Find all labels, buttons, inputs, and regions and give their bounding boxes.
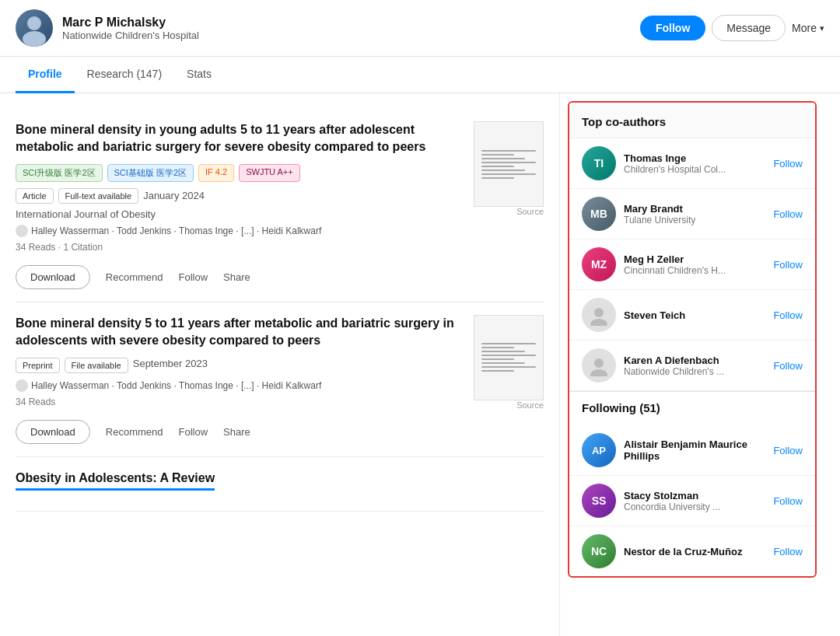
tag-if: IF 4.2 [198, 164, 234, 182]
header-info: Marc P Michalsky Nationwide Children's H… [62, 16, 640, 41]
tag-preprint: Preprint [16, 358, 60, 373]
header-actions: Follow Message More ▾ [640, 15, 824, 41]
right-sidebar: Top co-authors TI Thomas Inge Children's… [560, 93, 824, 636]
paper-info: Bone mineral density 5 to 11 years after… [16, 315, 464, 412]
paper-date: January 2024 [143, 190, 205, 201]
coauthor-name[interactable]: Thomas Inge [624, 152, 765, 164]
follow-link[interactable]: Follow [773, 259, 803, 271]
sidebar-section-coauthors: Top co-authors TI Thomas Inge Children's… [568, 101, 817, 578]
follow-link[interactable]: Follow [773, 546, 803, 557]
coauthor-institution: Concordia University ... [624, 501, 765, 512]
paper-title[interactable]: Bone mineral density 5 to 11 years after… [16, 315, 464, 350]
paper-tags: SCI升级版 医学2区 SCI基础版 医学2区 IF 4.2 SWJTU A++ [16, 164, 464, 182]
paper-reads: 34 Reads [16, 397, 55, 407]
avatar: MZ [582, 247, 616, 281]
avatar: SS [582, 484, 616, 518]
follow-button[interactable]: Follow [640, 16, 705, 40]
paper-thumbnail [474, 315, 544, 400]
coauthor-item: Steven Teich Follow [569, 290, 815, 341]
svg-point-4 [594, 358, 604, 368]
tab-research[interactable]: Research (147) [75, 57, 175, 93]
coauthor-name[interactable]: Steven Teich [624, 309, 765, 321]
tab-stats[interactable]: Stats [174, 57, 224, 93]
follow-link[interactable]: Follow [773, 360, 803, 372]
message-button[interactable]: Message [712, 15, 786, 41]
coauthor-info: Steven Teich [624, 309, 765, 321]
coauthor-item: MZ Meg H Zeller Cincinnati Children's H.… [569, 239, 815, 290]
svg-point-5 [590, 369, 607, 376]
share-button[interactable]: Share [223, 426, 250, 438]
coauthor-name[interactable]: Meg H Zeller [624, 253, 765, 265]
svg-point-3 [590, 319, 607, 326]
source-label: Source [516, 400, 544, 410]
coauthor-item: MB Mary Brandt Tulane University Follow [569, 189, 815, 239]
svg-point-2 [594, 308, 604, 317]
paper-info: Bone mineral density in young adults 5 t… [16, 121, 464, 257]
follow-link[interactable]: Follow [773, 445, 803, 456]
paper-title[interactable]: Bone mineral density in young adults 5 t… [16, 121, 464, 156]
coauthor-info: Mary Brandt Tulane University [624, 203, 765, 225]
coauthor-name[interactable]: Nestor de la Cruz-Muñoz [624, 546, 765, 557]
follow-link[interactable]: Follow [773, 158, 803, 169]
source-label: Source [516, 207, 544, 216]
nav-tabs: Profile Research (147) Stats [0, 57, 840, 93]
paper-thumbnail [474, 121, 544, 207]
paper-stats: 34 Reads [16, 397, 464, 407]
share-button[interactable]: Share [223, 271, 250, 283]
more-button[interactable]: More ▾ [792, 22, 824, 34]
follow-button[interactable]: Follow [179, 271, 208, 283]
avatar: AP [582, 433, 616, 467]
paper-title[interactable]: Obesity in Adolescents: A Review [16, 470, 215, 491]
paper-journal: International Journal of Obesity [16, 208, 464, 220]
follow-link[interactable]: Follow [773, 495, 803, 507]
following-item: AP Alistair Benjamin Maurice Phillips Fo… [569, 425, 815, 476]
avatar: TI [582, 146, 616, 180]
tag-full-text: Full-text available [58, 188, 139, 204]
following-item: NC Nestor de la Cruz-Muñoz Follow [569, 526, 815, 576]
coauthor-name[interactable]: Mary Brandt [624, 203, 765, 215]
coauthor-name[interactable]: Stacy Stolzman [624, 490, 765, 501]
coauthor-institution: Cincinnati Children's H... [624, 265, 765, 276]
author-icon [16, 379, 28, 392]
paper-actions: Download Recommend Follow Share [16, 265, 544, 289]
more-label: More [792, 22, 817, 34]
coauthor-name[interactable]: Karen A Diefenbach [624, 355, 765, 366]
follow-link[interactable]: Follow [773, 309, 803, 321]
coauthor-institution: Tulane University [624, 215, 765, 225]
paper-card: Bone mineral density 5 to 11 years after… [16, 302, 544, 457]
avatar: NC [582, 534, 616, 568]
coauthor-info: Meg H Zeller Cincinnati Children's H... [624, 253, 765, 276]
download-button[interactable]: Download [16, 265, 90, 289]
chevron-down-icon: ▾ [820, 23, 824, 33]
following-item: SS Stacy Stolzman Concordia University .… [569, 476, 815, 526]
download-button[interactable]: Download [16, 420, 90, 444]
coauthors-title: Top co-authors [569, 103, 815, 138]
header: Marc P Michalsky Nationwide Children's H… [0, 0, 840, 57]
paper-authors-text: Halley Wasserman · Todd Jenkins · Thomas… [31, 380, 321, 391]
paper-date: September 2023 [133, 358, 208, 373]
tag-article: Article [16, 188, 54, 204]
paper-authors-text: Halley Wasserman · Todd Jenkins · Thomas… [31, 225, 321, 236]
coauthor-institution: Children's Hospital Col... [624, 164, 765, 175]
tag-sci-upgrade: SCI升级版 医学2区 [16, 164, 103, 182]
coauthor-item: Karen A Diefenbach Nationwide Children's… [569, 341, 815, 391]
paper-reads: 34 Reads [16, 242, 55, 253]
coauthor-info: Alistair Benjamin Maurice Phillips [624, 439, 765, 462]
paper-card: Obesity in Adolescents: A Review [16, 457, 544, 512]
avatar [582, 298, 616, 332]
recommend-button[interactable]: Recommend [106, 271, 163, 283]
follow-button[interactable]: Follow [179, 426, 208, 438]
tag-sci-basic: SCI基础版 医学2区 [107, 164, 194, 182]
paper-card: Bone mineral density in young adults 5 t… [16, 109, 544, 302]
paper-tags: Preprint File available September 2023 [16, 358, 464, 373]
user-name: Marc P Michalsky [62, 16, 640, 30]
recommend-button[interactable]: Recommend [106, 426, 163, 438]
author-icon [16, 225, 28, 237]
follow-link[interactable]: Follow [773, 208, 803, 220]
tab-profile[interactable]: Profile [16, 57, 75, 93]
coauthor-item: TI Thomas Inge Children's Hospital Col..… [569, 138, 815, 189]
paper-stats: 34 Reads · 1 Citation [16, 242, 464, 253]
paper-authors: Halley Wasserman · Todd Jenkins · Thomas… [16, 379, 464, 392]
coauthor-name[interactable]: Alistair Benjamin Maurice Phillips [624, 439, 765, 462]
user-institution: Nationwide Children's Hospital [62, 30, 640, 41]
